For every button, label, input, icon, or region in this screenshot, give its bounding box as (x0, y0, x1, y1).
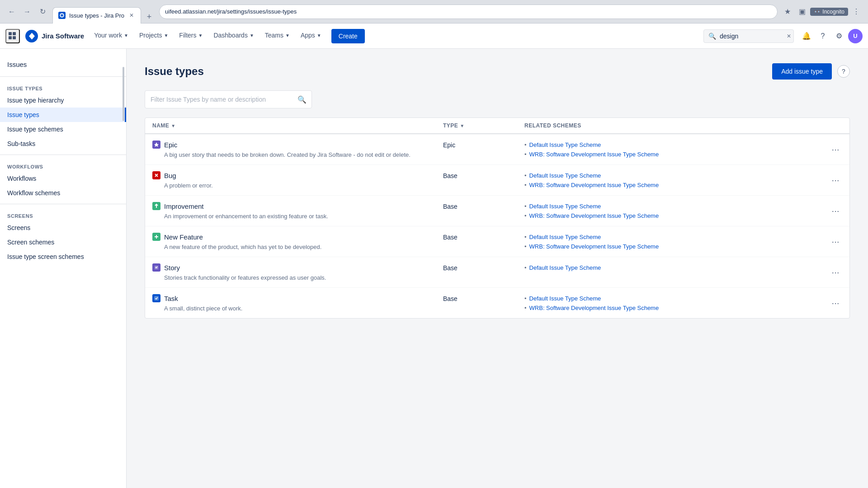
th-actions (815, 122, 842, 129)
bug-icon (152, 171, 160, 179)
back-button[interactable]: ← (5, 5, 18, 18)
bug-more-button[interactable]: … (829, 173, 842, 184)
chevron-icon: ▼ (124, 33, 128, 38)
epic-scheme-1[interactable]: • Default Issue Type Scheme (524, 141, 815, 148)
filter-input[interactable] (145, 90, 312, 108)
nav-your-work[interactable]: Your work ▼ (90, 23, 133, 49)
new-feature-scheme-1[interactable]: • Default Issue Type Scheme (524, 234, 815, 240)
task-scheme-2[interactable]: • WRB: Software Development Issue Type S… (524, 305, 815, 311)
table-row: Epic A big user story that needs to be b… (145, 134, 849, 165)
sidebar-item-sub-tasks[interactable]: Sub-tasks (0, 136, 126, 151)
main-content: Issue types Add issue type ? 🔍 Name ▼ Ty… (127, 49, 868, 488)
bug-scheme-2[interactable]: • WRB: Software Development Issue Type S… (524, 182, 815, 188)
issue-name-cell-bug: Bug A problem or error. (152, 171, 443, 189)
sidebar-item-workflows[interactable]: Workflows (0, 171, 126, 186)
story-type: Base (443, 263, 524, 272)
sidebar-item-issue-type-schemes[interactable]: Issue type schemes (0, 122, 126, 136)
improvement-scheme-2[interactable]: • WRB: Software Development Issue Type S… (524, 212, 815, 219)
user-avatar[interactable]: U (848, 29, 863, 43)
sidebar-item-workflow-schemes[interactable]: Workflow schemes (0, 186, 126, 200)
active-tab[interactable]: Issue types - Jira Pro ✕ (52, 7, 141, 23)
sidebar-divider-2 (0, 155, 126, 155)
menu-button[interactable]: ⋮ (850, 5, 863, 18)
sidebar-divider-3 (0, 204, 126, 204)
nav-filters[interactable]: Filters ▼ (175, 23, 207, 49)
th-related-schemes: Related Schemes (524, 122, 815, 129)
th-type[interactable]: Type ▼ (443, 122, 524, 129)
sort-icon-type: ▼ (460, 123, 464, 128)
chevron-icon: ▼ (317, 33, 321, 38)
epic-actions: … (815, 141, 842, 154)
search-box[interactable]: 🔍 ✕ (703, 29, 794, 43)
tab-close-button[interactable]: ✕ (128, 12, 135, 19)
incognito-icon: 👓 (814, 9, 821, 15)
new-tab-button[interactable]: + (143, 11, 156, 23)
issue-name-cell-task: Task A small, distinct piece of work. (152, 294, 443, 312)
help-button[interactable]: ? (816, 29, 830, 43)
task-name: Task (164, 295, 178, 302)
add-issue-type-button[interactable]: Add issue type (772, 63, 832, 80)
tab-bar: Issue types - Jira Pro ✕ + (52, 0, 156, 23)
improvement-scheme-1[interactable]: • Default Issue Type Scheme (524, 203, 815, 210)
new-feature-scheme-2[interactable]: • WRB: Software Development Issue Type S… (524, 243, 815, 250)
table-row: Bug A problem or error. Base • Default I… (145, 165, 849, 196)
new-feature-more-button[interactable]: … (829, 235, 842, 246)
issue-name-cell-improvement: Improvement An improvement or enhancemen… (152, 202, 443, 220)
task-scheme-1[interactable]: • Default Issue Type Scheme (524, 295, 815, 302)
bookmark-button[interactable]: ★ (781, 5, 794, 18)
sidebar-item-issue-type-hierarchy[interactable]: Issue type hierarchy (0, 93, 126, 108)
story-name: Story (164, 264, 180, 272)
sidebar-item-screen-schemes[interactable]: Screen schemes (0, 235, 126, 249)
nav-apps[interactable]: Apps ▼ (296, 23, 326, 49)
nav-icons: 🔔 ? ⚙ U (799, 29, 863, 43)
table-header: Name ▼ Type ▼ Related Schemes (145, 118, 849, 134)
browser-actions: ★ ▣ 👓 Incognito ⋮ (781, 5, 863, 18)
apps-grid-button[interactable] (5, 29, 20, 43)
improvement-icon (152, 202, 160, 210)
address-bar[interactable]: uifeed.atlassian.net/jira/settings/issue… (159, 5, 778, 19)
filter-bar: 🔍 (145, 90, 850, 108)
task-more-button[interactable]: … (829, 296, 842, 307)
help-icon[interactable]: ? (837, 65, 850, 78)
create-button[interactable]: Create (331, 29, 365, 43)
new-feature-icon (152, 233, 160, 241)
reload-button[interactable]: ↻ (36, 5, 49, 18)
settings-button[interactable]: ⚙ (832, 29, 846, 43)
issue-name-cell-new-feature: New Feature A new feature of the product… (152, 233, 443, 250)
story-more-button[interactable]: … (829, 265, 842, 277)
jira-logo[interactable]: Jira Software (22, 30, 88, 42)
story-scheme-1[interactable]: • Default Issue Type Scheme (524, 264, 815, 271)
forward-button[interactable]: → (21, 5, 33, 18)
notifications-button[interactable]: 🔔 (799, 29, 814, 43)
table-row: Story Stories track functionality or fea… (145, 257, 849, 288)
clear-search-icon[interactable]: ✕ (787, 33, 791, 39)
bug-type: Base (443, 171, 524, 179)
nav-dashboards[interactable]: Dashboards ▼ (209, 23, 258, 49)
sidebar-item-screens[interactable]: Screens (0, 221, 126, 235)
filter-input-wrapper: 🔍 (145, 90, 312, 108)
bug-name: Bug (164, 172, 176, 179)
tab-favicon (58, 12, 66, 19)
sidebar: Issues ISSUE TYPES Issue type hierarchy … (0, 49, 127, 488)
issue-name-cell-epic: Epic A big user story that needs to be b… (152, 141, 443, 158)
svg-rect-6 (154, 296, 159, 300)
reader-mode-button[interactable]: ▣ (796, 5, 808, 18)
sidebar-item-issue-types[interactable]: Issue types (0, 108, 126, 122)
sidebar-top-item-issues[interactable]: Issues (0, 56, 126, 73)
nav-teams[interactable]: Teams ▼ (260, 23, 294, 49)
improvement-type: Base (443, 202, 524, 210)
sidebar-item-issue-type-screen-schemes[interactable]: Issue type screen schemes (0, 249, 126, 264)
nav-projects[interactable]: Projects ▼ (135, 23, 173, 49)
epic-more-button[interactable]: … (829, 142, 842, 154)
search-input[interactable] (720, 33, 783, 40)
nav-search: 🔍 ✕ (703, 29, 794, 43)
sidebar-section-screens: SCREENS (0, 208, 126, 221)
task-schemes: • Default Issue Type Scheme • WRB: Softw… (524, 294, 815, 311)
improvement-more-button[interactable]: … (829, 204, 842, 215)
bug-scheme-1[interactable]: • Default Issue Type Scheme (524, 172, 815, 179)
epic-scheme-2[interactable]: • WRB: Software Development Issue Type S… (524, 151, 815, 158)
page-header: Issue types Add issue type ? (145, 63, 850, 80)
new-feature-name: New Feature (164, 233, 203, 241)
bug-actions: … (815, 171, 842, 184)
th-name[interactable]: Name ▼ (152, 122, 443, 129)
